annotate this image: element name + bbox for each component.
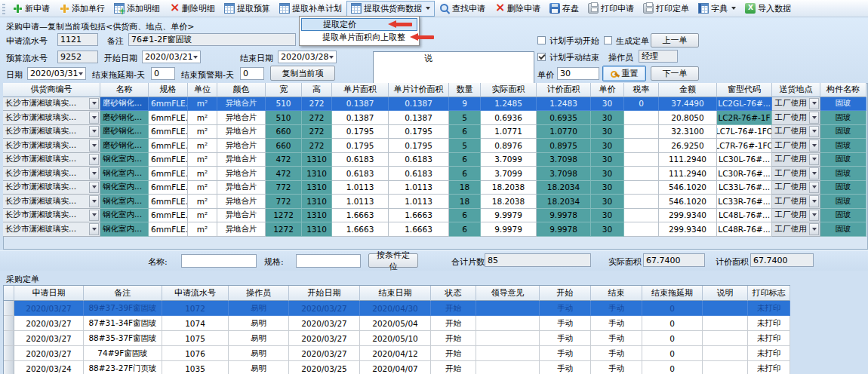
column-header-height[interactable]: 高 — [302, 83, 332, 97]
orders-column-header-apply-date[interactable]: 申请日期 — [14, 286, 84, 301]
orders-column-header-apply-no[interactable]: 申请流水号 — [162, 286, 229, 301]
toolbar-button-delete-detail[interactable]: 删除明细 — [165, 1, 220, 17]
dropdown-arrow-icon[interactable] — [809, 167, 819, 179]
cell-piece-calc-area[interactable]: 0.1795 — [389, 125, 449, 139]
orders-cell-note[interactable] — [703, 316, 748, 331]
orders-cell-apply-no[interactable]: 1075 — [162, 331, 229, 346]
cell-piece-calc-area[interactable]: 1.6663 — [389, 209, 449, 223]
cell-unit-price[interactable]: 30 — [591, 222, 624, 237]
cell-actual-area[interactable]: 18.2038 — [481, 181, 537, 195]
prev-order-button[interactable]: 上一单 — [651, 33, 699, 48]
cell-color[interactable]: 异地合片 — [217, 195, 266, 209]
cell-spec[interactable]: 6mmFLE... — [149, 139, 188, 153]
cell-piece-calc-area[interactable]: 1.0113 — [389, 181, 449, 195]
cell-height[interactable]: 272 — [302, 111, 332, 125]
orders-column-header-remark[interactable]: 备注 — [84, 286, 162, 301]
orders-cell-print-flag[interactable]: 未打印 — [748, 316, 790, 331]
cell-unit-price[interactable]: 30 — [591, 167, 624, 181]
orders-cell-status[interactable]: 开始 — [431, 361, 476, 374]
orders-cell-end[interactable]: 手动 — [591, 301, 642, 316]
orders-column-header-end-date[interactable]: 结束日期 — [360, 286, 431, 301]
orders-cell-end[interactable]: 手动 — [591, 361, 642, 374]
cell-qty[interactable]: 6 — [449, 209, 481, 223]
cell-unit-price[interactable]: 30 — [591, 97, 624, 112]
manual-start-checkbox[interactable] — [537, 36, 546, 44]
column-header-window-code[interactable]: 窗型代码 — [717, 83, 772, 97]
cell-unit-price[interactable]: 30 — [591, 125, 624, 139]
start-date-select[interactable]: 2020/03/21 — [142, 51, 201, 63]
cell-supplier[interactable]: 长沙市潇湘玻璃实... — [3, 125, 100, 139]
cell-supplier[interactable]: 长沙市潇湘玻璃实... — [3, 111, 100, 125]
cell-piece-calc-area[interactable]: 1.0113 — [389, 195, 449, 209]
orders-column-header-start-date[interactable]: 开始日期 — [289, 286, 360, 301]
column-header-spec[interactable]: 规格 — [149, 83, 188, 97]
cell-width[interactable]: 472 — [266, 167, 302, 181]
orders-cell-end[interactable]: 手动 — [591, 331, 642, 346]
cell-supplier[interactable]: 长沙市潇湘玻璃实... — [3, 222, 100, 237]
column-header-supplier[interactable]: 供货商编号 — [3, 83, 100, 97]
unit-price-field[interactable]: 30 — [557, 67, 599, 80]
orders-cell-apply-date[interactable]: 2020/03/27 — [14, 331, 84, 346]
orders-cell-note[interactable] — [703, 346, 748, 361]
gen-order-checkbox[interactable] — [604, 36, 612, 44]
orders-cell-operator[interactable]: 易明 — [229, 331, 289, 346]
cell-name[interactable]: 钢化室内... — [100, 195, 149, 209]
end-date-select[interactable]: 2020/03/28 — [278, 51, 337, 63]
orders-cell-operator[interactable]: 易明 — [229, 316, 289, 331]
orders-cell-end-delay[interactable]: 0 — [642, 331, 703, 346]
cell-name[interactable]: 钢化室内... — [100, 167, 149, 181]
cell-component-name[interactable]: 固玻 — [820, 153, 866, 167]
cell-piece-calc-area[interactable]: 0.6183 — [389, 167, 449, 181]
cell-calc-area[interactable]: 3.7098 — [537, 153, 591, 167]
cell-supplier[interactable]: 长沙市潇湘玻璃实... — [3, 195, 100, 209]
cell-delivery-place[interactable]: 工厂使用 — [772, 97, 820, 112]
orders-cell-leader-opinion[interactable] — [476, 346, 540, 361]
cell-calc-area[interactable]: 0.6935 — [537, 111, 591, 125]
cell-actual-area[interactable]: 3.7099 — [481, 153, 537, 167]
orders-cell-apply-date[interactable]: 2020/03/27 — [14, 316, 84, 331]
locate-by-condition-button[interactable]: 按条件定位 — [368, 253, 418, 268]
orders-cell-apply-no[interactable]: 1035 — [162, 361, 229, 374]
dropdown-arrow-icon[interactable] — [89, 210, 99, 222]
dropdown-arrow-icon[interactable] — [89, 126, 99, 138]
cell-amount[interactable]: 111.2940 — [659, 167, 717, 181]
cell-unit[interactable]: m² — [188, 139, 217, 153]
orders-cell-end-delay[interactable]: 0 — [642, 316, 703, 331]
orders-cell-print-flag[interactable]: 未打印 — [748, 301, 790, 316]
cell-spec[interactable]: 6mmFLE... — [149, 195, 188, 209]
dropdown-arrow-icon[interactable] — [89, 223, 99, 235]
orders-cell-apply-date[interactable]: 2020/03/27 — [14, 346, 84, 361]
cell-piece-calc-area[interactable]: 0.1387 — [389, 97, 449, 112]
cell-unit-price[interactable]: 30 — [591, 153, 624, 167]
cell-name[interactable]: 磨砂钢化... — [100, 125, 149, 139]
cell-width[interactable]: 510 — [266, 97, 302, 112]
column-header-tax-rate[interactable]: 税率 — [624, 83, 659, 97]
orders-cell-status[interactable]: 开始 — [431, 316, 476, 331]
orders-cell-operator[interactable]: 易明 — [229, 346, 289, 361]
cell-height[interactable]: 1310 — [302, 167, 332, 181]
dropdown-arrow-icon[interactable] — [89, 98, 99, 110]
end-warn-field[interactable]: 0 — [240, 67, 264, 80]
dropdown-arrow-icon[interactable] — [809, 154, 819, 166]
cell-width[interactable]: 1272 — [266, 222, 302, 237]
cell-component-name[interactable]: 固玻 — [820, 181, 866, 195]
cell-color[interactable]: 异地合片 — [217, 97, 266, 112]
column-header-piece-area[interactable]: 单片面积 — [332, 83, 389, 97]
column-header-component-name[interactable]: 构件名称 — [820, 83, 866, 97]
cell-qty[interactable]: 5 — [449, 111, 481, 125]
dropdown-arrow-icon[interactable] — [89, 139, 99, 152]
cell-height[interactable]: 1310 — [302, 209, 332, 223]
column-header-delivery-place[interactable]: 送货地点 — [772, 83, 820, 97]
cell-actual-area[interactable]: 0.8976 — [481, 139, 537, 153]
cell-calc-area[interactable]: 9.9978 — [537, 222, 591, 237]
cell-amount[interactable]: 299.9340 — [659, 209, 717, 223]
cell-component-name[interactable]: 固玻 — [820, 139, 866, 153]
orders-cell-start-date[interactable]: 2020/03/27 — [289, 331, 360, 346]
toolbar-button-print-apply[interactable]: 打印申请 — [583, 1, 639, 17]
cell-width[interactable]: 660 — [266, 139, 302, 153]
end-delay-field[interactable]: 0 — [151, 67, 175, 80]
cell-actual-area[interactable]: 9.9979 — [481, 222, 537, 237]
cell-width[interactable]: 772 — [266, 195, 302, 209]
cell-height[interactable]: 272 — [302, 125, 332, 139]
cell-delivery-place[interactable]: 工厂使用 — [772, 222, 820, 237]
